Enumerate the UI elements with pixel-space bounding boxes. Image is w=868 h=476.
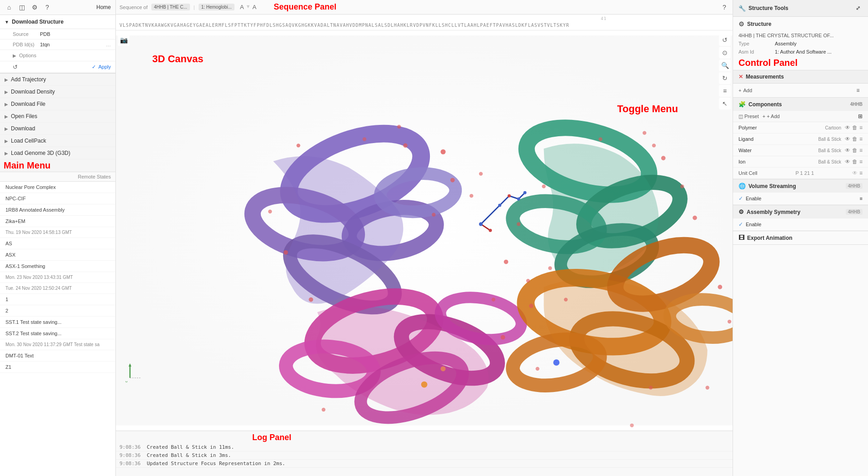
svg-point-32	[322, 408, 325, 412]
ligand-visibility-icon[interactable]: 👁	[845, 136, 850, 142]
water-delete-icon[interactable]: 🗑	[852, 147, 858, 154]
seq-question-icon[interactable]: ?	[720, 3, 729, 12]
state-item[interactable]: ASX	[0, 249, 115, 261]
state-item[interactable]: DMT-01 Text	[0, 350, 115, 362]
controls-btn[interactable]: ≡	[719, 85, 731, 97]
ligand-options-icon[interactable]: ≡	[859, 136, 863, 142]
log-panel-label: Log Panel	[252, 433, 291, 442]
ligand-actions: 👁 🗑 ≡	[845, 136, 863, 142]
volume-enable-label: Enable	[746, 196, 761, 201]
menu-item-open-files[interactable]: ▶ Open Files	[0, 110, 115, 123]
volume-header[interactable]: 🌐 Volume Streaming 4HHB	[733, 179, 868, 193]
menu-item-download[interactable]: ▶ Download	[0, 123, 115, 135]
zoom-btn[interactable]: 🔍	[719, 60, 731, 71]
polymer-options-icon[interactable]: ≡	[859, 124, 863, 131]
state-item[interactable]: 1	[0, 294, 115, 305]
pdb-ids-extra[interactable]: …	[106, 42, 111, 47]
model-tag[interactable]: 1: Hemoglobi...	[199, 4, 234, 10]
structure-tag[interactable]: 4HHB | THE C...	[151, 4, 190, 10]
volume-enable-options[interactable]: ≡	[860, 196, 863, 201]
canvas-area[interactable]: 3D Canvas Toggle Menu 📷 ↺ ⊙ 🔍 ↻ ≡ ↖	[116, 30, 733, 431]
seq-ctrl-a1[interactable]: A	[240, 4, 244, 10]
svg-point-7	[450, 178, 455, 183]
svg-point-42	[718, 285, 722, 289]
menu-item-add-trajectory[interactable]: ▶ Add Trajectory	[0, 74, 115, 86]
state-item[interactable]: AS	[0, 238, 115, 249]
pdb-ids-row: PDB Id(s) 1tqn …	[0, 40, 115, 50]
left-sidebar: ⌂ ◫ ⚙ ? Home ▼ Download Structure Source…	[0, 0, 116, 476]
plugin-state-icon[interactable]: ◫	[17, 3, 26, 12]
mouse-mode-btn[interactable]: ↖	[719, 98, 731, 109]
components-add-btn[interactable]: + + Add	[763, 114, 780, 119]
state-item-timestamp[interactable]: Tue. 24 Nov 2020 12:50:24 GMT	[0, 283, 115, 294]
download-structure-header[interactable]: ▼ Download Structure	[0, 15, 115, 29]
measurements-options-icon[interactable]: ≡	[853, 86, 863, 95]
reset-camera-btn[interactable]: ↺	[719, 34, 731, 46]
components-header[interactable]: 🧩 Components 4HHB	[733, 98, 868, 111]
caret-right-icon: ▶	[5, 89, 8, 94]
refresh-icon[interactable]: ↺	[13, 64, 18, 70]
unit-cell-label: Unit Cell	[738, 170, 758, 176]
water-visibility-icon[interactable]: 👁	[845, 147, 850, 154]
svg-point-6	[441, 149, 446, 154]
state-item[interactable]: Z1	[0, 362, 115, 373]
water-options-icon[interactable]: ≡	[859, 147, 863, 154]
help-icon-btn[interactable]: ?	[43, 3, 52, 12]
export-header[interactable]: 🎞 Export Animation	[733, 231, 868, 244]
preset-btn[interactable]: ◫ Preset	[738, 114, 759, 119]
add-measurement-btn[interactable]: + Add	[738, 88, 752, 93]
state-item[interactable]: Nuclear Pore Complex	[0, 182, 115, 193]
ion-visibility-icon[interactable]: 👁	[845, 159, 850, 165]
options-item[interactable]: ▶ Options	[0, 50, 115, 61]
polymer-delete-icon[interactable]: 🗑	[852, 124, 858, 131]
polymer-visibility-icon[interactable]: 👁	[845, 124, 850, 131]
caret-right-icon: ▶	[5, 126, 8, 131]
structure-section-header[interactable]: ⚙ Structure	[733, 17, 868, 31]
apply-button[interactable]: ✓ Apply	[92, 64, 111, 70]
state-item[interactable]: NPC-CIF	[0, 193, 115, 204]
menu-item-download-file[interactable]: ▶ Download File	[0, 98, 115, 110]
svg-point-43	[728, 320, 731, 323]
options-caret-icon: ▶	[13, 53, 16, 58]
settings-icon-btn[interactable]: ⚙	[30, 3, 39, 12]
ion-options-icon[interactable]: ≡	[859, 159, 863, 165]
caret-right-icon: ▶	[5, 151, 8, 156]
menu-item-load-genome-3d[interactable]: ▶ Load Genome 3D (G3D)	[0, 147, 115, 159]
ion-actions: 👁 🗑 ≡	[845, 159, 863, 165]
menu-label: Download	[11, 125, 35, 132]
unit-cell-visibility-icon[interactable]: 👁	[852, 170, 858, 176]
ligand-delete-icon[interactable]: 🗑	[852, 136, 858, 142]
state-item-timestamp[interactable]: Mon. 30 Nov 2020 11:37:29 GMT Test state…	[0, 339, 115, 350]
orient-axes-btn[interactable]: ⊙	[719, 47, 731, 59]
menu-item-load-cellpack[interactable]: ▶ Load CellPack	[0, 135, 115, 147]
save-snapshot-btn[interactable]: 📷	[118, 34, 130, 46]
ion-component-row: Ion Ball & Stick 👁 🗑 ≡	[733, 156, 868, 168]
state-item[interactable]: SST.1 Test state saving...	[0, 317, 115, 328]
assembly-icon: ⚙	[738, 208, 744, 215]
toggle-spin-btn[interactable]: ↻	[719, 72, 731, 84]
assembly-section: ⚙ Assembly Symmetry 4HHB ✓ Enable	[733, 205, 868, 231]
remote-states-header: Remote States	[0, 172, 115, 182]
assembly-header[interactable]: ⚙ Assembly Symmetry 4HHB	[733, 205, 868, 218]
ion-delete-icon[interactable]: 🗑	[852, 159, 858, 165]
state-item-timestamp[interactable]: Thu. 19 Nov 2020 14:58:13 GMT	[0, 227, 115, 238]
states-list[interactable]: Nuclear Pore Complex NPC-CIF 1RB8 Annota…	[0, 182, 115, 476]
state-item[interactable]: ASX-1 Something	[0, 261, 115, 272]
state-item-timestamp[interactable]: Mon. 23 Nov 2020 13:43:31 GMT	[0, 272, 115, 283]
menu-item-download-density[interactable]: ▶ Download Density	[0, 86, 115, 98]
seq-ctrl-a2[interactable]: A	[252, 4, 256, 10]
expand-icon-btn[interactable]: ⤢	[853, 4, 863, 13]
unit-cell-options-icon[interactable]: ≡	[859, 170, 863, 176]
state-item[interactable]: SST.2 Test state saving...	[0, 328, 115, 339]
asm-id-label: Asm Id	[738, 49, 775, 55]
gear-icon: ⚙	[738, 20, 744, 28]
measurements-header[interactable]: ✕ Measurements	[733, 70, 868, 84]
state-item[interactable]: 1RB8 Annotated Assembly	[0, 204, 115, 216]
state-item[interactable]: Zika+EM	[0, 216, 115, 227]
home-icon-btn[interactable]: ⌂	[5, 3, 14, 12]
components-grid-icon[interactable]: ⊞	[858, 113, 863, 119]
axes-indicator: y	[123, 360, 146, 382]
state-item[interactable]: 2	[0, 305, 115, 317]
control-panel-label: Control Panel	[738, 58, 798, 68]
log-message: Updated Structure Focus Representation i…	[147, 461, 285, 466]
